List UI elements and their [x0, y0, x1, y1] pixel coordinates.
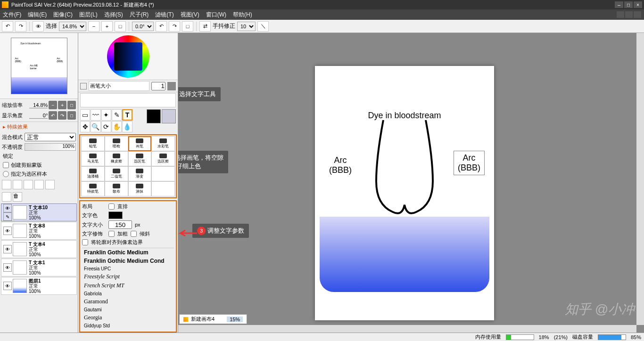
menu-edit[interactable]: 编辑(E): [28, 11, 47, 19]
brushsize-input[interactable]: [151, 82, 165, 90]
rotate-cw-button[interactable]: ↷: [169, 21, 180, 32]
selsample-radio[interactable]: [3, 171, 9, 177]
merge-button[interactable]: [45, 180, 55, 189]
wand-tool[interactable]: ✦: [101, 109, 111, 121]
brush-pencil[interactable]: 铅笔: [81, 136, 105, 151]
brush-gradient[interactable]: 渐变: [128, 166, 152, 181]
menu-image[interactable]: 图像(C): [53, 11, 73, 19]
menu-view[interactable]: 视图(V): [181, 11, 199, 19]
zoom-tool[interactable]: 🔍: [91, 121, 100, 132]
brush-bucket[interactable]: 油漆桶: [81, 166, 105, 181]
navigator[interactable]: Dye in bloodstream Arc(BBB) Arc(BBB) Arc…: [0, 33, 78, 99]
brush-smudge[interactable]: 涂抹: [128, 181, 152, 196]
brush-watercolor[interactable]: 水彩笔: [151, 136, 175, 151]
menu-help[interactable]: 帮助(H): [233, 11, 252, 19]
clip-checkbox[interactable]: [3, 162, 9, 168]
zoom-inc-button[interactable]: +: [58, 101, 66, 109]
panel-max-button[interactable]: [625, 11, 633, 18]
hand-tool[interactable]: ✋: [112, 121, 122, 132]
brush-fx[interactable]: 特效笔: [81, 181, 105, 196]
transfer-button[interactable]: [34, 180, 44, 189]
brush-tool[interactable]: ✎: [112, 109, 122, 121]
text-tool[interactable]: T: [122, 109, 132, 121]
opacity-slider[interactable]: 100%: [25, 143, 76, 151]
layer-item[interactable]: 👁 T 文本4正常100%: [1, 240, 77, 258]
delete-layer-button[interactable]: 🗑: [13, 192, 22, 202]
zoom-select[interactable]: 14.8%: [59, 22, 86, 31]
vertical-checkbox[interactable]: [108, 203, 115, 210]
bold-checkbox[interactable]: [108, 231, 115, 237]
angle-select[interactable]: 0.0°: [132, 22, 154, 31]
document-tab[interactable]: 新建画布4 15%: [179, 314, 247, 324]
brushsize-eraser-icon[interactable]: [167, 82, 176, 90]
angle-dec-button[interactable]: ↶: [49, 111, 57, 120]
close-button[interactable]: ×: [634, 1, 642, 8]
bg-color[interactable]: [162, 109, 176, 123]
font-item[interactable]: Gabriola: [82, 290, 174, 297]
layer-item[interactable]: 👁 图层1正常100%: [1, 277, 77, 295]
menu-select[interactable]: 选择(S): [104, 11, 123, 19]
fg-color[interactable]: [147, 109, 161, 123]
undo-button[interactable]: ↶: [2, 21, 13, 32]
layer-item[interactable]: 👁 T 文本8正常100%: [1, 222, 77, 240]
text-color-swatch[interactable]: [108, 211, 123, 219]
lasso-tool[interactable]: 〰: [91, 109, 100, 121]
font-item[interactable]: Franklin Gothic Medium Cond: [82, 257, 174, 265]
font-list[interactable]: Franklin Gothic Medium Franklin Gothic M…: [82, 248, 174, 329]
panel-min-button[interactable]: [617, 11, 624, 18]
brush-selpen[interactable]: 选区笔: [128, 151, 152, 166]
menu-window[interactable]: 窗口(W): [206, 11, 226, 19]
zoom-in-button[interactable]: +: [101, 21, 113, 32]
clear-button[interactable]: [2, 192, 11, 202]
brush-scatter[interactable]: 散布: [105, 181, 128, 196]
brush-brush[interactable]: 画笔: [128, 136, 152, 151]
visibility-icon[interactable]: 👁: [3, 227, 12, 235]
move-tool[interactable]: ✥: [80, 121, 90, 132]
color-wheel[interactable]: [78, 33, 178, 80]
brushsize-toggle[interactable]: [80, 83, 87, 89]
rotate-tool[interactable]: ⟳: [101, 121, 111, 132]
menu-file[interactable]: 文件(F): [3, 11, 21, 19]
redo-button[interactable]: ↷: [15, 21, 26, 32]
color-bar[interactable]: [80, 93, 176, 107]
flip-button[interactable]: ⇄: [199, 21, 211, 32]
brush-binary[interactable]: 二值笔: [105, 166, 128, 181]
font-item[interactable]: Freestyle Script: [82, 272, 174, 281]
stabilizer-select[interactable]: 10: [237, 22, 256, 31]
brush-airbrush[interactable]: 喷枪: [105, 136, 128, 151]
layer-item[interactable]: 👁 T 文本1正常100%: [1, 259, 77, 276]
menu-ruler[interactable]: 尺子(R): [130, 11, 149, 19]
marquee-tool[interactable]: ▭: [80, 109, 90, 121]
font-item[interactable]: Garamond: [82, 297, 174, 306]
zoom-reset-button[interactable]: □: [67, 101, 76, 109]
angle-inc-button[interactable]: ↷: [58, 111, 66, 120]
eyedropper-tool[interactable]: 💧: [122, 121, 132, 132]
panel-close-button[interactable]: [634, 11, 641, 18]
menu-layer[interactable]: 图层(L): [79, 11, 98, 19]
horizontal-scrollbar[interactable]: [178, 325, 636, 333]
rotate-ccw-button[interactable]: ↶: [156, 21, 167, 32]
font-item[interactable]: Freesia UPC: [82, 265, 174, 272]
eye-icon[interactable]: 👁: [33, 21, 44, 32]
zoom-fit-button[interactable]: □: [115, 21, 126, 32]
italic-checkbox[interactable]: [131, 231, 137, 237]
align-checkbox[interactable]: [82, 239, 88, 245]
visibility-icon[interactable]: 👁: [3, 263, 12, 272]
canvas[interactable]: Dye in bloodstream Arc (BBB) Arc (BBB) A…: [315, 66, 494, 320]
brush-eraser[interactable]: 橡皮擦: [105, 151, 128, 166]
line-tool-button[interactable]: ＼: [257, 21, 269, 32]
blend-select[interactable]: 正常: [25, 133, 76, 141]
edit-icon[interactable]: ✎: [3, 212, 12, 221]
font-item[interactable]: Georgia: [82, 313, 174, 322]
rotate-reset-button[interactable]: □: [182, 21, 193, 32]
new-layer-button[interactable]: [2, 180, 11, 189]
font-item[interactable]: French Script MT: [82, 281, 174, 290]
zoom-dec-button[interactable]: −: [49, 101, 57, 109]
brush-marker[interactable]: 马克笔: [81, 151, 105, 166]
new-lineart-button[interactable]: [13, 180, 22, 189]
fx-header[interactable]: ▸ 特殊效果: [0, 122, 78, 132]
new-folder-button[interactable]: [24, 180, 33, 189]
layer-item[interactable]: 👁✎ T 文本10正常100%: [1, 203, 77, 221]
text-size-input[interactable]: [108, 220, 132, 229]
angle-reset-button[interactable]: □: [67, 111, 76, 120]
